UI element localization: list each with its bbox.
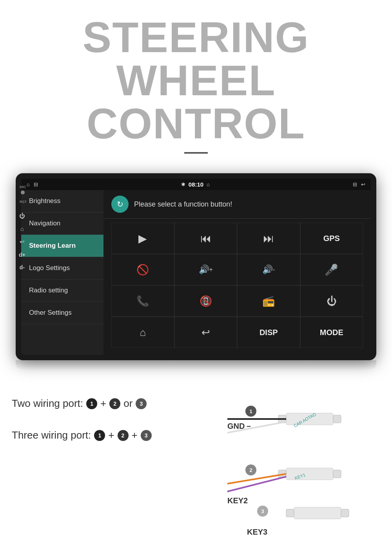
badge-1b: 1 [94,430,105,441]
badge-3b: 3 [141,430,152,441]
recent-apps-icon[interactable]: ⊟ [34,181,38,187]
rst-label: RST [20,200,27,204]
two-wiring-line: Two wiring port: 1 + 2 or 3 [12,397,216,410]
device-screen: ⌂ ⊟ ✱ 08:10 ⌂ ⊟ ↩ Brightness [21,179,371,355]
gps-button[interactable]: GPS [300,223,363,254]
mic-dot [21,190,25,194]
vol-down-icon[interactable]: d- [20,264,25,270]
svg-text:GND－: GND－ [227,422,252,430]
content-area: Brightness Navigation Steering Learn Log… [21,190,371,355]
svg-rect-12 [341,509,349,517]
badge-3a: 3 [136,398,147,409]
car-unit-device: MIC RST ⏻ ⌂ ↩ d+ d- ⌂ ⊟ ✱ 08:10 ⌂ [16,173,376,360]
wiring-text: Two wiring port: 1 + 2 or 3 Three wiring… [12,390,216,461]
sidebar-item-brightness[interactable]: Brightness [21,190,103,212]
sidebar-item-radio-setting[interactable]: Radio setting [21,279,103,302]
three-wiring-line: Three wiring port: 1 + 2 + 3 [12,429,216,441]
microphone-button[interactable]: 🎤 [300,254,363,285]
home-icon[interactable]: ⌂ [27,181,30,187]
or-sign: or [123,397,132,410]
vol-up-icon[interactable]: d+ [19,252,25,258]
status-bar-left: ⌂ ⊟ [27,181,38,187]
refresh-button[interactable]: ↻ [111,196,129,213]
two-wiring-label: Two wiring port: [12,397,83,410]
sidebar-item-logo-settings[interactable]: Logo Settings [21,257,103,279]
volume-down-button[interactable]: 🔊- [237,254,300,285]
play-button[interactable]: ▶ [111,223,174,254]
wiring-section: Two wiring port: 1 + 2 or 3 Three wiring… [12,390,380,539]
badge-1a: 1 [86,398,97,409]
back-side-icon[interactable]: ↩ [20,238,25,245]
svg-text:KEY2: KEY2 [227,496,248,505]
svg-rect-11 [286,509,294,517]
next-track-button[interactable]: ⏭ [237,223,300,254]
right-panel: ↻ Please select a function button! ▶ ⏮ ⏭… [103,190,371,355]
title-section: STEERING WHEEL CONTROL [0,0,392,173]
sidebar-item-other-settings[interactable]: Other Settings [21,302,103,324]
badge-2b: 2 [118,430,129,441]
volume-up-button[interactable]: 🔊+ [174,254,238,285]
button-grid: ▶ ⏮ ⏭ GPS 🚫 🔊+ 🔊- 🎤 📞 📵 📻 ⏻ [103,219,371,352]
power-button[interactable]: ⏻ [300,285,363,317]
sidebar-menu: Brightness Navigation Steering Learn Log… [21,190,103,355]
plus-sign-2: + [108,429,114,441]
end-call-button[interactable]: 📵 [174,285,238,317]
plus-sign-1: + [100,397,106,410]
svg-text:2: 2 [249,467,252,473]
signal-icon: ⌂ [207,181,210,187]
svg-text:1: 1 [249,408,252,414]
svg-rect-5 [286,468,333,480]
mute-button[interactable]: 🚫 [111,254,174,285]
svg-text:KEY3: KEY3 [247,528,267,536]
back-button[interactable]: ↩ [174,317,238,348]
function-prompt: Please select a function button! [134,200,232,209]
radio-button[interactable]: 📻 [237,285,300,317]
sidebar-item-steering-learn[interactable]: Steering Learn [21,235,103,257]
svg-rect-7 [333,470,341,478]
wiring-diagram: 1 2 3 GND－ KEY2 KEY3 CAR AOTAO KEY1 [216,390,380,539]
home-button[interactable]: ⌂ [111,317,174,348]
home-side-icon[interactable]: ⌂ [20,225,24,232]
svg-rect-2 [333,415,341,423]
status-time: 08:10 [189,181,203,188]
svg-rect-10 [294,507,341,519]
call-button[interactable]: 📞 [111,285,174,317]
three-wiring-label: Three wiring port: [12,429,91,441]
prev-track-button[interactable]: ⏮ [174,223,238,254]
mode-button[interactable]: MODE [300,317,363,348]
status-bar-center: ✱ 08:10 ⌂ [42,181,349,188]
back-icon: ↩ [361,181,365,187]
mic-label: MIC [20,185,26,189]
status-bar: ⌂ ⊟ ✱ 08:10 ⌂ ⊟ ↩ [21,179,371,190]
status-bar-right: ⊟ ↩ [353,181,365,187]
title-divider [184,152,208,154]
disp-button[interactable]: DISP [237,317,300,348]
svg-text:3: 3 [261,508,264,514]
wiring-svg: 1 2 3 GND－ KEY2 KEY3 CAR AOTAO KEY1 [216,390,380,539]
sidebar-item-navigation[interactable]: Navigation [21,212,103,235]
bluetooth-icon: ✱ [181,181,185,187]
plus-sign-3: + [132,429,138,441]
window-icon: ⊟ [353,181,357,187]
device-shadow [16,360,376,370]
main-title-line1: STEERING WHEEL [8,16,384,102]
badge-2a: 2 [109,398,120,409]
function-header: ↻ Please select a function button! [103,190,371,219]
power-icon[interactable]: ⏻ [19,212,25,219]
device-wrapper: MIC RST ⏻ ⌂ ↩ d+ d- ⌂ ⊟ ✱ 08:10 ⌂ [0,173,392,360]
main-title-line2: CONTROL [8,102,384,145]
